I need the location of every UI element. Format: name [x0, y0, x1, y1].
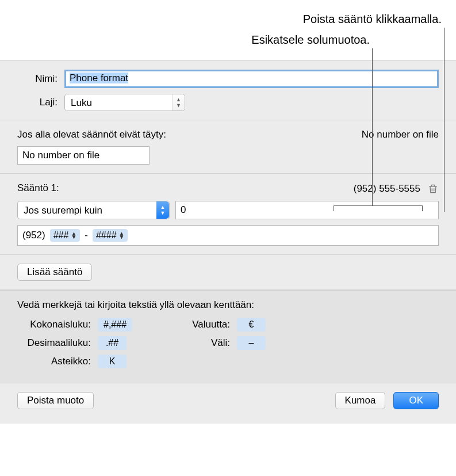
scale-label: Asteikko:: [17, 356, 91, 367]
no-rule-input[interactable]: [17, 146, 150, 165]
rule-1-section: Sääntö 1: (952) 555-5555 Jos suurempi ku…: [0, 174, 456, 255]
callout-line: [444, 28, 444, 212]
name-label: Nimi:: [17, 73, 58, 85]
drag-tokens-section: Vedä merkkejä tai kirjoita tekstiä yllä …: [0, 290, 456, 383]
callout-delete-rule: Poista sääntö klikkaamalla.: [303, 13, 442, 26]
rule-1-preview: (952) 555-5555: [354, 183, 420, 195]
format-dialog: Nimi: Phone format Laji: Luku ▲▼ Jos all…: [0, 60, 456, 424]
ok-button[interactable]: OK: [393, 392, 439, 409]
cancel-button[interactable]: Kumoa: [335, 392, 386, 409]
add-rule-button[interactable]: Lisää sääntö: [17, 264, 92, 281]
add-rule-section: Lisää sääntö: [0, 255, 456, 290]
scale-token[interactable]: K: [98, 355, 127, 368]
no-rule-preview: No number on file: [362, 129, 439, 140]
integer-token[interactable]: #,###: [98, 318, 132, 332]
condition-select[interactable]: Jos suurempi kuin: [17, 201, 170, 219]
type-select[interactable]: Luku: [64, 94, 185, 111]
callouts-area: Poista sääntö klikkaamalla. Esikatsele s…: [0, 0, 456, 60]
no-rule-section: Jos alla olevat säännöt eivät täyty: No …: [0, 120, 456, 174]
decimal-token[interactable]: .##: [98, 336, 127, 350]
decimal-label: Desimaaliluku:: [17, 337, 91, 349]
callout-bracket: [334, 205, 423, 211]
dialog-footer: Poista muoto Kumoa OK: [0, 383, 456, 424]
name-type-section: Nimi: Phone format Laji: Luku ▲▼: [0, 61, 456, 120]
delete-format-button[interactable]: Poista muoto: [17, 392, 94, 409]
format-token[interactable]: #### ▲▼: [93, 229, 128, 242]
space-token[interactable]: –: [237, 336, 266, 350]
space-label: Väli:: [184, 337, 230, 349]
format-literal: -: [85, 230, 88, 241]
name-input-value: Phone format: [70, 73, 128, 83]
rule-1-title: Sääntö 1:: [17, 182, 59, 195]
format-literal: (952): [22, 230, 45, 241]
currency-label: Valuutta:: [184, 319, 230, 330]
callout-line: [372, 48, 373, 205]
chevron-up-down-icon: ▲▼: [119, 232, 125, 239]
currency-token[interactable]: €: [237, 318, 266, 332]
chevron-up-down-icon: ▲▼: [71, 232, 76, 239]
name-input[interactable]: Phone format: [64, 70, 439, 88]
no-rule-title: Jos alla olevat säännöt eivät täyty:: [17, 129, 166, 140]
type-label: Laji:: [17, 97, 58, 108]
format-pattern-input[interactable]: (952) ### ▲▼ - #### ▲▼: [17, 225, 439, 246]
callout-preview-format: Esikatsele solumuotoa.: [251, 33, 370, 47]
trash-icon[interactable]: [427, 182, 439, 195]
integer-label: Kokonaisluku:: [17, 319, 91, 330]
drag-section-title: Vedä merkkejä tai kirjoita tekstiä yllä …: [17, 299, 439, 311]
format-token[interactable]: ### ▲▼: [50, 229, 81, 242]
